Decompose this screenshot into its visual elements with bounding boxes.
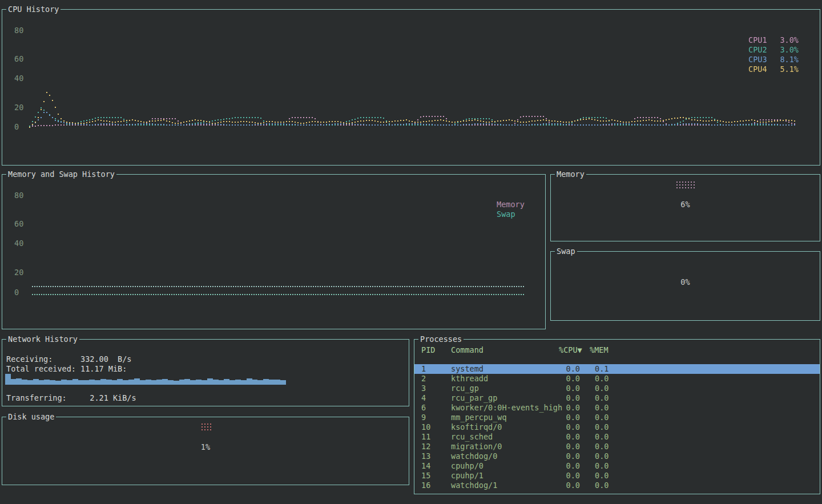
cpu-legend-item: CPU1 3.0% <box>748 35 799 45</box>
disk-usage-panel: Disk usage 1% <box>2 417 409 485</box>
processes-panel-title: Processes <box>418 334 464 344</box>
y-axis-tick: 60 <box>14 219 23 229</box>
y-axis-tick: 0 <box>14 122 19 132</box>
column-header-command[interactable]: Command <box>451 345 559 355</box>
sort-descending-icon: ▼ <box>578 345 582 354</box>
cpu-legend-label: CPU2 <box>748 45 767 55</box>
process-command: systemd <box>451 364 559 374</box>
process-command: kthreadd <box>451 374 559 384</box>
y-axis-tick: 40 <box>14 74 23 83</box>
process-mem: 0.0 <box>585 471 619 481</box>
network-history-panel-title: Network History <box>6 334 79 344</box>
process-command: rcu_par_gp <box>451 393 559 403</box>
column-header-cpu[interactable]: %CPU▼ <box>559 345 585 355</box>
system-monitor-screen: CPU History 80 60 40 20 0 CPU1 3.0% CPU2… <box>0 0 822 504</box>
cpu-history-graph <box>29 23 797 132</box>
process-row[interactable]: 2kthreadd0.00.0 <box>414 374 820 384</box>
process-mem: 0.0 <box>585 451 619 461</box>
process-command: mm_percpu_wq <box>451 413 559 422</box>
process-pid: 6 <box>421 403 451 413</box>
memory-swap-history-panel: Memory and Swap History 80 60 40 20 0 Me… <box>2 174 546 329</box>
swap-gauge-panel-title: Swap <box>555 247 577 256</box>
process-pid: 16 <box>421 481 451 490</box>
cpu-legend-value: 5.1% <box>780 64 799 74</box>
process-row[interactable]: 10ksoftirqd/00.00.0 <box>414 422 820 432</box>
cpu-legend-value: 3.0% <box>780 45 799 55</box>
swap-gauge-panel: Swap 0% <box>550 251 820 321</box>
y-axis-tick: 40 <box>14 239 23 248</box>
disk-percent-value: 1% <box>2 442 409 452</box>
process-mem: 0.0 <box>585 374 619 384</box>
process-cpu: 0.0 <box>559 413 585 422</box>
memory-swap-history-panel-title: Memory and Swap History <box>6 170 116 179</box>
cpu-legend-label: CPU3 <box>748 55 767 64</box>
process-row[interactable]: 11rcu_sched0.00.0 <box>414 432 820 442</box>
process-pid: 11 <box>421 432 451 442</box>
cpu-legend-value: 8.1% <box>780 55 799 64</box>
y-axis-tick: 0 <box>14 288 19 297</box>
process-mem: 0.0 <box>585 403 619 413</box>
process-mem: 0.0 <box>585 442 619 451</box>
process-cpu: 0.0 <box>559 422 585 432</box>
process-mem: 0.0 <box>585 481 619 490</box>
process-row[interactable]: 16watchdog/10.00.0 <box>414 481 820 490</box>
process-row[interactable]: 13watchdog/00.00.0 <box>414 451 820 461</box>
cpu-legend-label: CPU4 <box>748 64 767 74</box>
process-pid: 1 <box>421 364 451 374</box>
process-pid: 2 <box>421 374 451 384</box>
cpu-legend-item: CPU3 8.1% <box>748 55 799 64</box>
memory-gauge-panel: Memory 6% <box>550 174 820 241</box>
process-command: rcu_sched <box>451 432 559 442</box>
processes-panel: Processes PID Command %CPU▼ %MEM 1system… <box>414 339 820 494</box>
process-row[interactable]: 1systemd0.00.1 <box>414 364 820 374</box>
process-command: migration/0 <box>451 442 559 451</box>
cpu-legend-item: CPU2 3.0% <box>748 45 799 55</box>
process-row[interactable]: 15cpuhp/10.00.0 <box>414 471 820 481</box>
column-header-mem[interactable]: %MEM <box>585 345 619 355</box>
process-command: ksoftirqd/0 <box>451 422 559 432</box>
memory-swap-legend: Memory Swap <box>497 200 525 219</box>
process-mem: 0.0 <box>585 384 619 393</box>
process-pid: 15 <box>421 471 451 481</box>
memory-percent-value: 6% <box>551 200 820 209</box>
cpu-legend-label: CPU1 <box>748 35 767 45</box>
swap-percent-value: 0% <box>551 277 820 287</box>
process-command: cpuhp/0 <box>451 461 559 471</box>
process-cpu: 0.0 <box>559 432 585 442</box>
network-receiving-line: Receiving: 332.00 B/s <box>6 354 131 364</box>
cpu-history-panel-title: CPU History <box>6 5 61 14</box>
memory-swap-graph <box>32 282 525 297</box>
process-pid: 4 <box>421 393 451 403</box>
network-receive-graph <box>5 372 286 385</box>
process-mem: 0.0 <box>585 393 619 403</box>
column-header-pid[interactable]: PID <box>421 345 451 355</box>
y-axis-tick: 80 <box>14 26 23 35</box>
network-history-panel: Network History Receiving: 332.00 B/s To… <box>2 339 409 406</box>
process-cpu: 0.0 <box>559 451 585 461</box>
y-axis-tick: 20 <box>14 268 23 277</box>
process-pid: 12 <box>421 442 451 451</box>
disk-usage-panel-title: Disk usage <box>6 412 56 422</box>
process-row[interactable]: 6kworker/0:0H-events_high0.00.0 <box>414 403 820 413</box>
process-pid: 14 <box>421 461 451 471</box>
swap-legend-item: Swap <box>497 209 525 219</box>
process-cpu: 0.0 <box>559 393 585 403</box>
process-mem: 0.0 <box>585 422 619 432</box>
cpu-legend-value: 3.0% <box>780 35 799 45</box>
process-cpu: 0.0 <box>559 471 585 481</box>
process-row[interactable]: 3rcu_gp0.00.0 <box>414 384 820 393</box>
process-command: watchdog/1 <box>451 481 559 490</box>
process-row[interactable]: 12migration/00.00.0 <box>414 442 820 451</box>
process-cpu: 0.0 <box>559 384 585 393</box>
process-row[interactable]: 4rcu_par_gp0.00.0 <box>414 393 820 403</box>
network-transferring-line: Transferring: 2.21 KiB/s <box>6 393 136 403</box>
process-mem: 0.0 <box>585 461 619 471</box>
memory-usage-dots <box>676 182 695 188</box>
process-command: watchdog/0 <box>451 451 559 461</box>
process-rows: 1systemd0.00.12kthreadd0.00.03rcu_gp0.00… <box>414 364 820 490</box>
disk-usage-dots <box>202 424 211 430</box>
memory-legend-item: Memory <box>497 200 525 209</box>
cpu-legend-item: CPU4 5.1% <box>748 64 799 74</box>
process-row[interactable]: 9mm_percpu_wq0.00.0 <box>414 413 820 422</box>
process-row[interactable]: 14cpuhp/00.00.0 <box>414 461 820 471</box>
